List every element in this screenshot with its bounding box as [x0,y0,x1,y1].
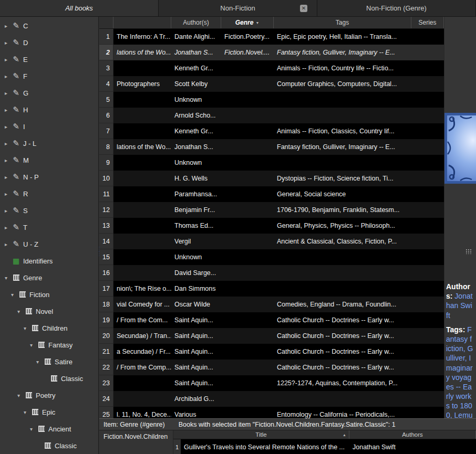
cell-authors[interactable]: H. G. Wells [171,171,221,186]
cell-authors[interactable]: Dan Simmons [171,281,221,297]
cell-tags[interactable]: Catholic Church -- Doctrines -- Early w.… [274,344,411,360]
disclosure-arrow-icon[interactable]: ▸ [3,73,9,79]
sidebar-tree-item[interactable]: ▸ ✎ G [0,85,98,101]
table-row[interactable]: 19 / From the Com... Saint Aquin... Cath… [99,312,444,328]
cell-series[interactable] [411,171,444,186]
cell-authors[interactable]: Saint Aquin... [171,344,221,360]
cell-title[interactable]: The Inferno: A Tr... [113,29,171,45]
table-row[interactable]: 1 The Inferno: A Tr... Dante Alighi... F… [99,29,444,45]
cell-tags[interactable] [274,281,411,297]
cell-genre[interactable] [221,312,274,328]
sidebar-tree-item[interactable]: ▦ Identifiers [0,252,98,269]
cell-tags[interactable]: Catholic Church -- Doctrines -- Early w.… [274,328,411,344]
table-row[interactable]: 18 vial Comedy for ... Oscar Wilde Comed… [99,297,444,312]
table-row[interactable]: 24 Archibald G... [99,391,444,407]
cell-title[interactable] [113,123,171,139]
cell-tags[interactable]: 1225?-1274, Aquinas, Contemplation, P... [274,375,411,391]
cell-tags[interactable]: Catholic Church -- Doctrines -- Early w.… [274,312,411,328]
cell-tags[interactable] [274,92,411,108]
table-row[interactable]: 25 l. 11, No. 4, Dece... Various Entomol… [99,407,444,418]
cell-authors[interactable]: Jonathan S... [171,45,221,60]
cell-authors[interactable]: Saint Aquin... [171,328,221,344]
cell-series[interactable] [411,123,444,139]
cell-tags[interactable]: Comedies, England -- Drama, Foundlin... [274,297,411,312]
table-row[interactable]: 7 Kenneth Gr... Animals -- Fiction, Clas… [99,123,444,139]
cell-series[interactable] [411,328,444,344]
quickview-row[interactable]: 1 Gulliver's Travels into Several Remote… [173,439,476,454]
sidebar-tree-item[interactable]: ▾ Poetry [0,387,98,404]
table-row[interactable]: 17 nion\; The Rise o... Dan Simmons [99,281,444,297]
disclosure-arrow-icon[interactable]: ▸ [3,40,9,46]
table-row[interactable]: 20 Secundae) / Tran... Saint Aquin... Ca… [99,328,444,344]
cell-series[interactable] [411,375,444,391]
cell-authors[interactable]: Unknown [171,92,221,108]
cell-genre[interactable] [221,108,274,123]
sidebar-tree-item[interactable]: ▸ ✎ R [0,185,98,202]
cell-genre[interactable] [221,281,274,297]
table-row[interactable]: 13 Thomas Ed... General, Physics, Physic… [99,218,444,234]
cell-title[interactable] [113,108,171,123]
cell-genre[interactable] [221,234,274,249]
tags-links[interactable]: Fantasy fiction, Gulliver, Imaginary voy… [446,325,473,418]
cell-genre[interactable] [221,60,274,76]
cell-series[interactable] [411,297,444,312]
cell-title[interactable] [113,92,171,108]
cell-series[interactable] [411,344,444,360]
cell-authors[interactable]: Saint Aquin... [171,375,221,391]
cell-tags[interactable]: Animals -- Fiction, Country life -- Fict… [274,60,411,76]
cell-title[interactable] [113,202,171,218]
table-row[interactable]: 22 / From the Comp... Saint Aquin... Cat… [99,360,444,375]
cell-series[interactable] [411,92,444,108]
cell-title[interactable]: vial Comedy for ... [113,297,171,312]
column-header-tags[interactable]: Tags [274,17,411,28]
cell-genre[interactable] [221,139,274,155]
disclosure-arrow-icon[interactable]: ▸ [3,157,9,163]
cell-title[interactable] [113,375,171,391]
disclosure-arrow-icon[interactable]: ▾ [16,309,22,314]
cell-series[interactable] [411,108,444,123]
sidebar-tree-item[interactable]: ▸ ✎ J - L [0,135,98,152]
sidebar-tree-item[interactable]: ▸ ✎ H [0,101,98,118]
table-row[interactable]: 4 Photographers Scott Kelby Computer Gra… [99,76,444,92]
cell-authors[interactable]: Dante Alighi... [171,29,221,45]
cell-genre[interactable]: Fiction.Poetry... [221,29,274,45]
cell-authors[interactable]: Thomas Ed... [171,218,221,234]
table-row[interactable]: 14 Vergil Ancient & Classical, Classics,… [99,234,444,249]
cell-series[interactable] [411,265,444,281]
cell-tags[interactable]: Fantasy fiction, Gulliver, Imaginary -- … [274,139,411,155]
table-row[interactable]: 16 David Sarge... [99,265,444,281]
cell-series[interactable] [411,60,444,76]
sidebar-tree-item[interactable]: ▾ Children [0,320,98,336]
cell-genre[interactable] [221,171,274,186]
book-cover[interactable] [444,113,476,184]
table-row[interactable]: 9 Unknown [99,155,444,171]
sidebar-tree-item[interactable]: ▸ ✎ U - Z [0,236,98,252]
table-row[interactable]: 8 lations of the Wo... Jonathan S... Fan… [99,139,444,155]
cell-tags[interactable]: Animals -- Fiction, Classics, Country li… [274,123,411,139]
disclosure-arrow-icon[interactable]: ▸ [3,191,9,197]
cell-genre[interactable] [221,407,274,418]
tab-non-fiction-genre[interactable]: Non-Fiction (Genre) [317,0,476,16]
column-header-authors[interactable]: Author(s) [171,17,221,28]
table-row[interactable]: 23 Saint Aquin... 1225?-1274, Aquinas, C… [99,375,444,391]
cell-genre[interactable] [221,202,274,218]
cell-series[interactable] [411,45,444,60]
cell-genre[interactable] [221,391,274,407]
table-row[interactable]: 10 H. G. Wells Dystopias -- Fiction, Sci… [99,171,444,186]
cell-tags[interactable]: Epic, Epic poetry, Hell, Italian -- Tran… [274,29,411,45]
cell-genre[interactable] [221,186,274,202]
sidebar-tree-item[interactable]: ▸ ✎ F [0,68,98,85]
close-icon[interactable]: ✕ [300,5,307,12]
cell-genre[interactable] [221,297,274,312]
cell-title[interactable] [113,186,171,202]
disclosure-arrow-icon[interactable]: ▸ [3,141,9,146]
table-row[interactable]: 11 Paramhansa... General, Social science [99,186,444,202]
cell-authors[interactable]: Vergil [171,234,221,249]
sidebar-tree-item[interactable]: ▸ ✎ T [0,219,98,236]
cell-genre[interactable] [221,249,274,265]
table-row[interactable]: 3 Kenneth Gr... Animals -- Fiction, Coun… [99,60,444,76]
cell-title[interactable] [113,391,171,407]
quickview-cell-authors[interactable]: Jonathan Swift [349,439,476,454]
sidebar-tree-item[interactable]: Classic [0,370,98,387]
cell-title[interactable]: a Secundae) / Fr... [113,344,171,360]
